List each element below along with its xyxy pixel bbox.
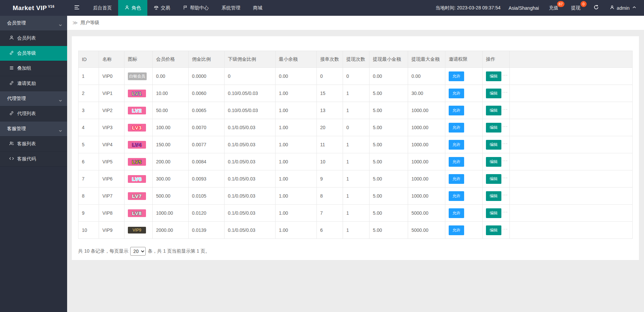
- more-icon[interactable]: ...: [502, 225, 508, 230]
- edit-button[interactable]: 编辑: [486, 225, 501, 235]
- sidebar-group-member-mgmt[interactable]: 会员管理: [0, 16, 67, 31]
- edit-button[interactable]: 编辑: [486, 106, 501, 115]
- nav-item-dashboard[interactable]: 后台首页: [87, 0, 118, 16]
- cell-sub-commission: 0.10/0.05/0.03: [225, 85, 276, 102]
- allow-button[interactable]: 允许: [449, 106, 464, 115]
- cell-withdraw-max: 1000.00: [408, 102, 445, 119]
- cell-withdraw-max: 5000.00: [408, 205, 445, 222]
- edit-button[interactable]: 编辑: [486, 89, 501, 98]
- edit-button[interactable]: 编辑: [486, 123, 501, 133]
- cell-withdraw-count: 0: [343, 119, 369, 136]
- table-row: 8 VIP7 LV7 500.00 0.0105 0.1/0.05/0.03 1…: [79, 188, 633, 205]
- sidebar-item-service-list[interactable]: 客服列表: [0, 137, 67, 152]
- cell-id: 8: [79, 188, 99, 205]
- user-menu[interactable]: admin: [604, 0, 644, 16]
- cell-sub-commission: 0.1/0.05/0.03: [225, 205, 276, 222]
- allow-button[interactable]: 允许: [449, 174, 464, 184]
- allow-button[interactable]: 允许: [449, 157, 464, 167]
- cell-id: 7: [79, 170, 99, 188]
- sidebar-toggle-button[interactable]: [67, 0, 87, 16]
- cell-actions: 编辑...: [483, 136, 510, 153]
- cell-filler: [510, 153, 633, 170]
- cell-invite-permission: 允许: [445, 188, 483, 205]
- edit-button[interactable]: 编辑: [486, 157, 501, 167]
- cell-price: 50.00: [153, 102, 189, 119]
- cell-withdraw-min: 5.00: [369, 102, 408, 119]
- cell-withdraw-max: 1000.00: [408, 153, 445, 170]
- edit-button[interactable]: 编辑: [486, 71, 501, 81]
- cell-actions: 编辑...: [483, 205, 510, 222]
- cell-sub-commission: 0.1/0.05/0.03: [225, 136, 276, 153]
- cell-icon: VIP9: [125, 222, 153, 239]
- content-card: ID名称图标会员价格佣金比例下级佣金比例最小余额接单次数提现次数提现最小金额提现…: [72, 36, 639, 260]
- app-logo[interactable]: Market VIPV16: [0, 0, 67, 16]
- allow-button[interactable]: 允许: [449, 140, 464, 150]
- cell-actions: 编辑...: [483, 85, 510, 102]
- edit-button[interactable]: 编辑: [486, 191, 501, 201]
- more-icon[interactable]: ...: [502, 123, 508, 128]
- navbar-right: 当地时间: 2023-03-28 09:37:54 Asia/Shanghai …: [432, 0, 644, 16]
- table-row: 7 VIP6 LV6 300.00 0.0093 0.1/0.05/0.03 1…: [79, 170, 633, 188]
- sidebar-item-service-code[interactable]: 客服代码: [0, 152, 67, 167]
- recharge-count-badge: 87: [557, 1, 564, 7]
- nav-item-mall[interactable]: 商城: [247, 0, 269, 16]
- cell-filler: [510, 85, 633, 102]
- allow-button[interactable]: 允许: [449, 208, 464, 218]
- cell-invite-permission: 允许: [445, 205, 483, 222]
- allow-button[interactable]: 允许: [449, 123, 464, 133]
- more-icon[interactable]: ...: [502, 174, 508, 179]
- sidebar-group-service-mgmt[interactable]: 客服管理: [0, 121, 67, 137]
- sidebar-item-invite-reward[interactable]: 邀请奖励: [0, 76, 67, 91]
- sidebar-item-member-level[interactable]: 会员等级: [0, 46, 67, 61]
- edit-button[interactable]: 编辑: [486, 208, 501, 218]
- edit-button[interactable]: 编辑: [486, 140, 501, 150]
- column-header: 操作: [483, 51, 510, 68]
- breadcrumb-label: 用户等级: [81, 20, 99, 26]
- more-icon[interactable]: ...: [502, 89, 508, 94]
- level-badge-icon: VIP9: [128, 227, 146, 233]
- level-badge-icon: LV6: [128, 175, 146, 183]
- nav-item-help-center[interactable]: 帮助中心: [177, 0, 215, 16]
- cell-price: 150.00: [153, 136, 189, 153]
- cell-withdraw-count: 0: [343, 68, 369, 85]
- more-icon[interactable]: ...: [502, 157, 508, 162]
- sidebar-item-stack-group[interactable]: 叠加组: [0, 61, 67, 76]
- withdraw-count-badge: 0: [581, 1, 587, 7]
- allow-button[interactable]: 允许: [449, 89, 464, 98]
- nav-item-roles[interactable]: 角色: [118, 0, 147, 16]
- table-row: 9 VIP8 LV8 1000.00 0.0120 0.1/0.05/0.03 …: [79, 205, 633, 222]
- allow-button[interactable]: 允许: [449, 191, 464, 201]
- cell-withdraw-count: 1: [343, 102, 369, 119]
- refresh-button[interactable]: [588, 0, 604, 16]
- column-header: 名称: [99, 51, 125, 68]
- cell-id: 6: [79, 153, 99, 170]
- cell-withdraw-count: 1: [343, 85, 369, 102]
- cell-withdraw-max: 1000.00: [408, 170, 445, 188]
- cell-min-balance: 0.00: [276, 68, 317, 85]
- cell-id: 10: [79, 222, 99, 239]
- cell-commission: 0.0070: [189, 119, 225, 136]
- cell-withdraw-min: 5.00: [369, 188, 408, 205]
- recharge-button[interactable]: 充值 87: [544, 0, 566, 16]
- hamburger-icon: [74, 4, 80, 12]
- nav-item-trade[interactable]: 交易: [147, 0, 177, 16]
- allow-button[interactable]: 允许: [449, 225, 464, 235]
- nav-item-system[interactable]: 系统管理: [215, 0, 247, 16]
- allow-button[interactable]: 允许: [449, 71, 464, 81]
- more-icon[interactable]: ...: [502, 140, 508, 145]
- main-content: ≫ 用户等级 ID名称图标会员价格佣金比例下级佣金比例最小余额接单次数提现次数提…: [67, 16, 644, 312]
- edit-button[interactable]: 编辑: [486, 174, 501, 184]
- cell-name: VIP2: [99, 102, 125, 119]
- more-icon[interactable]: ...: [502, 71, 508, 76]
- refresh-icon: [593, 4, 599, 11]
- more-icon[interactable]: ...: [502, 191, 508, 196]
- page-size-select[interactable]: 20: [130, 247, 146, 256]
- sidebar-item-agent-list[interactable]: 代理列表: [0, 106, 67, 121]
- withdraw-button[interactable]: 提现 0: [566, 0, 588, 16]
- sidebar-item-member-list[interactable]: 会员列表: [0, 31, 67, 46]
- column-header: 接单次数: [317, 51, 343, 68]
- sidebar-group-agent-mgmt[interactable]: 代理管理: [0, 91, 67, 106]
- cell-withdraw-min: 5.00: [369, 136, 408, 153]
- more-icon[interactable]: ...: [502, 106, 508, 111]
- more-icon[interactable]: ...: [502, 208, 508, 213]
